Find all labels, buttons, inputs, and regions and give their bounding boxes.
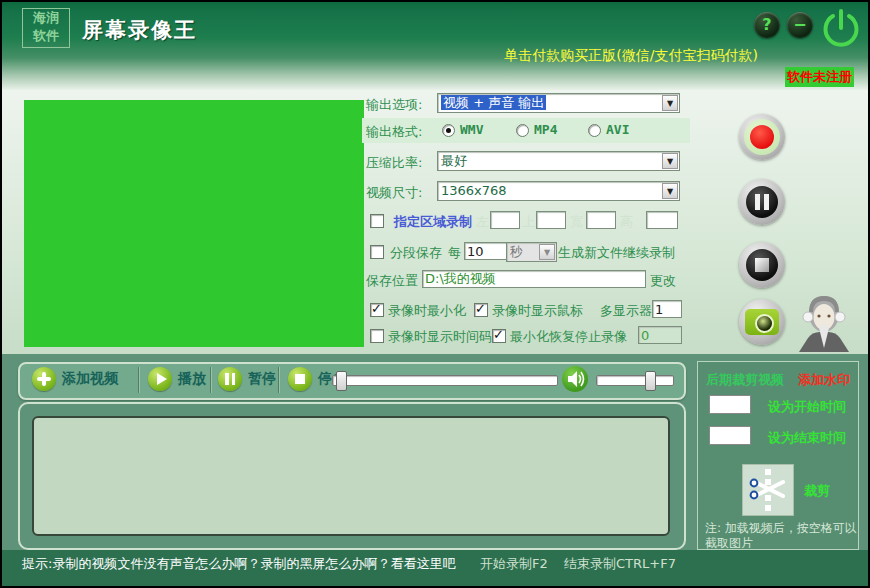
snapshot-button[interactable] <box>739 299 785 345</box>
record-button[interactable] <box>739 114 785 160</box>
pause-button[interactable]: 暂停 <box>218 367 276 391</box>
seek-slider[interactable] <box>332 375 558 386</box>
power-icon <box>819 7 863 51</box>
add-video-button[interactable]: 添加视频 <box>32 367 118 391</box>
pause-icon <box>746 186 778 218</box>
statusbar-tip[interactable]: 提示:录制的视频文件没有声音怎么办啊？录制的黑屏怎么办啊？看看这里吧 <box>22 555 455 573</box>
chevron-down-icon[interactable]: ▼ <box>662 153 678 169</box>
region-label: 指定区域录制 <box>394 213 472 231</box>
toolbar-divider <box>278 367 279 393</box>
logo-line2: 软件 <box>23 27 69 45</box>
buy-link[interactable]: 单击付款购买正版(微信/支付宝扫码付款) <box>362 47 758 65</box>
change-path-button[interactable]: 更改 <box>650 272 676 290</box>
stop-record-button[interactable] <box>739 242 785 288</box>
region-width-input[interactable] <box>586 211 616 229</box>
segment-every-label: 每 <box>448 244 461 262</box>
radio-avi[interactable] <box>588 124 601 137</box>
compression-label: 压缩比率: <box>366 154 422 172</box>
playback-toolbar: 添加视频 播放 暂停 停止 <box>18 362 686 400</box>
app-window: 海润 软件 屏幕录像王 ? − 单击付款购买正版(微信/支付宝扫码付款) 软件未… <box>0 0 870 588</box>
timecode-checkbox[interactable] <box>370 329 384 343</box>
restore-stop-input[interactable] <box>638 326 682 344</box>
pause-icon <box>218 367 242 391</box>
output-option-value: 视频 + 声音 输出 <box>441 95 546 110</box>
segment-checkbox[interactable] <box>370 245 384 259</box>
clip-list-container <box>18 402 686 550</box>
pause-label: 暂停 <box>248 370 276 388</box>
chevron-down-icon: ▼ <box>539 244 555 260</box>
region-left-input[interactable] <box>490 211 520 229</box>
timecode-label: 录像时显示时间码 <box>388 328 492 346</box>
volume-button[interactable] <box>562 366 588 392</box>
page-title: 屏幕录像王 <box>82 16 197 44</box>
stop-icon <box>288 367 312 391</box>
volume-slider[interactable] <box>596 375 674 386</box>
segment-unit-value: 秒 <box>510 244 523 259</box>
region-checkbox[interactable] <box>370 214 384 228</box>
start-time-input[interactable] <box>709 395 751 414</box>
video-size-value: 1366x768 <box>441 183 507 198</box>
radio-wmv-label[interactable]: WMV <box>460 122 483 137</box>
pause-record-button[interactable] <box>739 179 785 225</box>
capture-preview <box>24 100 364 347</box>
video-size-label: 视频尺寸: <box>366 184 422 202</box>
app-logo: 海润 软件 <box>22 8 70 48</box>
minimize-on-record-checkbox[interactable] <box>370 303 384 317</box>
output-option-select[interactable]: 视频 + 声音 输出 ▼ <box>437 93 680 113</box>
add-watermark-button[interactable]: 添加水印 <box>798 371 850 389</box>
scissors-icon <box>743 465 793 515</box>
record-button-face <box>744 119 780 155</box>
save-path-input[interactable] <box>422 270 646 288</box>
radio-wmv[interactable] <box>442 124 455 137</box>
play-button[interactable]: 播放 <box>148 367 206 391</box>
segment-seconds-input[interactable] <box>464 242 508 260</box>
chevron-down-icon[interactable]: ▼ <box>662 183 678 199</box>
segment-label: 分段保存 <box>390 244 442 262</box>
play-icon <box>148 367 172 391</box>
output-option-label: 输出选项: <box>366 96 422 114</box>
segment-suffix-label: 生成新文件继续录制 <box>558 244 675 262</box>
crop-panel-title: 后期裁剪视频 <box>706 371 784 389</box>
clip-listbox[interactable] <box>32 416 670 536</box>
crop-panel: 后期裁剪视频 添加水印 设为开始时间 设为结束时间 裁剪 注: 加载视频后，按空… <box>697 361 859 550</box>
help-button[interactable]: ? <box>754 12 780 38</box>
region-top-label: 上 <box>522 213 535 231</box>
set-end-time-button[interactable]: 设为结束时间 <box>768 429 846 447</box>
support-button[interactable] <box>795 290 853 352</box>
save-location-label: 保存位置 <box>366 272 418 290</box>
radio-mp4-label[interactable]: MP4 <box>534 122 557 137</box>
help-icon: ? <box>762 15 771 34</box>
compression-value: 最好 <box>441 153 467 168</box>
set-start-time-button[interactable]: 设为开始时间 <box>768 398 846 416</box>
seek-slider-thumb[interactable] <box>336 371 347 391</box>
add-video-label: 添加视频 <box>62 370 118 388</box>
radio-mp4[interactable] <box>516 124 529 137</box>
unregistered-badge: 软件未注册 <box>785 67 854 87</box>
region-height-input[interactable] <box>646 211 678 229</box>
toolbar-divider <box>138 367 139 393</box>
end-time-input[interactable] <box>709 426 751 445</box>
segment-unit-select[interactable]: 秒 ▼ <box>506 242 557 262</box>
video-size-select[interactable]: 1366x768 ▼ <box>437 181 680 201</box>
close-button[interactable] <box>819 7 863 51</box>
compression-select[interactable]: 最好 ▼ <box>437 151 680 171</box>
crop-button[interactable] <box>742 464 794 516</box>
restore-stop-checkbox[interactable] <box>492 329 506 343</box>
show-mouse-checkbox[interactable] <box>474 303 488 317</box>
output-format-label: 输出格式: <box>366 123 422 141</box>
toolbar-divider <box>210 367 211 393</box>
camera-icon <box>745 309 779 335</box>
radio-avi-label[interactable]: AVI <box>606 122 629 137</box>
crop-label[interactable]: 裁剪 <box>804 482 830 500</box>
speaker-icon <box>562 366 588 392</box>
region-left-label: 左 <box>476 213 489 231</box>
minimize-icon: − <box>793 15 806 34</box>
minimize-button[interactable]: − <box>787 12 813 38</box>
show-mouse-label: 录像时显示鼠标 <box>492 302 583 320</box>
region-top-input[interactable] <box>536 211 566 229</box>
start-hotkey-label: 开始录制F2 <box>480 555 548 573</box>
multi-monitor-input[interactable] <box>652 300 682 318</box>
volume-slider-thumb[interactable] <box>645 371 656 391</box>
region-height-label: 高 <box>620 213 633 231</box>
chevron-down-icon[interactable]: ▼ <box>662 95 678 111</box>
